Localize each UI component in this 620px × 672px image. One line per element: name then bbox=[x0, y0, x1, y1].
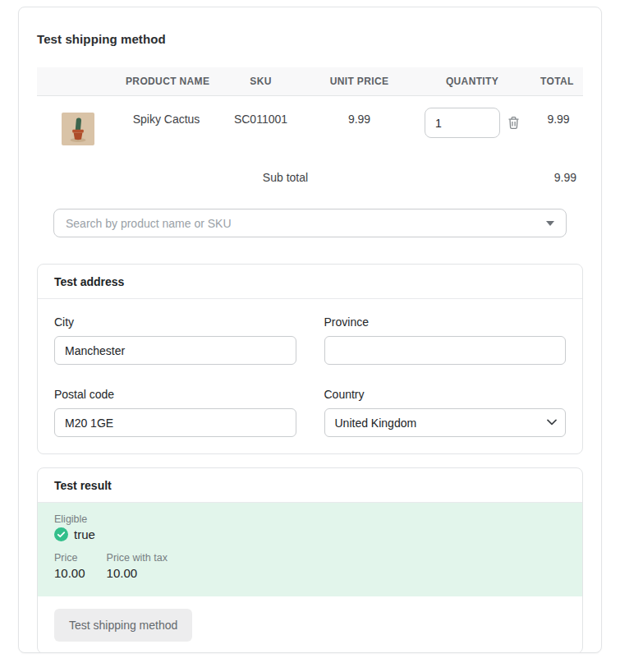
price-with-tax-value: 10.00 bbox=[107, 566, 168, 580]
eligible-label: Eligible bbox=[54, 513, 566, 525]
unit-price-column-header: UNIT PRICE bbox=[308, 67, 411, 96]
sku-column-header: SKU bbox=[214, 67, 308, 96]
city-label: City bbox=[54, 315, 296, 329]
postal-code-label: Postal code bbox=[54, 388, 296, 401]
product-image-column-header bbox=[37, 67, 119, 96]
price-metric: Price 10.00 bbox=[54, 552, 85, 580]
trash-icon bbox=[507, 120, 520, 132]
city-field[interactable] bbox=[54, 336, 296, 365]
price-value: 10.00 bbox=[54, 566, 85, 580]
total-column-header: TOTAL bbox=[534, 67, 583, 96]
city-field-group: City bbox=[54, 315, 296, 365]
product-name-cell: Spiky Cactus bbox=[119, 96, 214, 155]
test-shipping-panel: Test shipping method PRODUCT NAME SKU UN… bbox=[18, 7, 602, 653]
subtotal-row: Sub total 9.99 bbox=[37, 154, 583, 191]
country-select[interactable]: United Kingdom bbox=[324, 408, 567, 437]
product-image-cell bbox=[37, 96, 119, 155]
postal-code-field[interactable] bbox=[54, 408, 296, 437]
price-with-tax-label: Price with tax bbox=[107, 552, 168, 564]
quantity-column-header: QUANTITY bbox=[411, 67, 534, 96]
page-title: Test shipping method bbox=[37, 32, 583, 46]
result-success-panel: Eligible true Price 10.00 Price with tax bbox=[38, 503, 582, 596]
product-name-column-header: PRODUCT NAME bbox=[119, 67, 214, 96]
price-label: Price bbox=[54, 552, 85, 564]
country-field-group: Country United Kingdom bbox=[324, 388, 567, 437]
country-label: Country bbox=[324, 388, 567, 401]
search-input[interactable] bbox=[53, 209, 567, 237]
table-row: Spiky Cactus SC011001 9.99 bbox=[37, 96, 583, 155]
check-circle-icon bbox=[54, 527, 68, 541]
total-cell: 9.99 bbox=[534, 96, 583, 155]
test-result-card: Test result Eligible true Price 10.00 bbox=[37, 467, 583, 653]
caret-down-icon[interactable] bbox=[546, 221, 554, 226]
subtotal-value: 9.99 bbox=[534, 154, 583, 191]
test-address-card: Test address City Province Postal code C… bbox=[37, 264, 583, 454]
subtotal-label: Sub total bbox=[37, 154, 534, 191]
province-label: Province bbox=[324, 315, 567, 329]
postal-code-field-group: Postal code bbox=[54, 388, 296, 437]
remove-product-button[interactable] bbox=[507, 116, 520, 130]
quantity-input[interactable] bbox=[425, 108, 500, 138]
result-card-title: Test result bbox=[38, 468, 582, 503]
eligible-value: true bbox=[74, 527, 95, 541]
product-search bbox=[53, 209, 567, 237]
province-field[interactable] bbox=[324, 336, 567, 365]
unit-price-cell: 9.99 bbox=[308, 96, 411, 155]
address-card-title: Test address bbox=[38, 265, 582, 299]
table-header-row: PRODUCT NAME SKU UNIT PRICE QUANTITY TOT… bbox=[37, 67, 583, 96]
products-table: PRODUCT NAME SKU UNIT PRICE QUANTITY TOT… bbox=[37, 67, 583, 191]
province-field-group: Province bbox=[324, 315, 567, 365]
price-with-tax-metric: Price with tax 10.00 bbox=[107, 552, 168, 580]
product-image bbox=[62, 113, 94, 145]
test-shipping-method-button[interactable]: Test shipping method bbox=[54, 609, 192, 642]
sku-cell: SC011001 bbox=[214, 96, 308, 155]
quantity-cell bbox=[411, 96, 534, 155]
